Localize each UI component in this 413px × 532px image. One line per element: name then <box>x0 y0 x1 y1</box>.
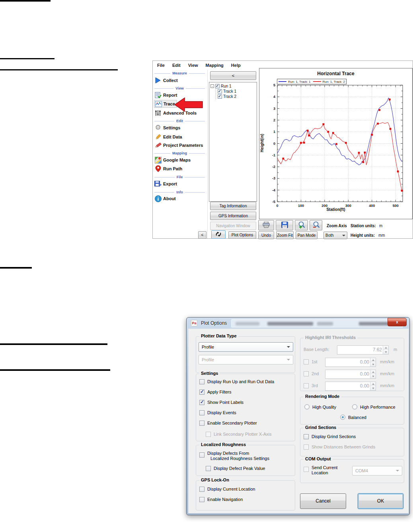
undo-button[interactable]: Undo <box>258 231 274 239</box>
google-maps-icon <box>154 156 162 164</box>
checkbox-iri-3rd: 3rd <box>304 383 318 388</box>
collapse-panel-button[interactable]: < <box>210 71 256 80</box>
station-units-value: m <box>379 224 382 228</box>
zoom-in-button[interactable] <box>295 220 308 230</box>
checkbox-enable-navigation[interactable]: Enable Navigation <box>199 497 243 502</box>
plotter-subtype-select: Profile <box>199 355 293 364</box>
info-icon <box>154 195 162 202</box>
trace-icon <box>155 100 162 107</box>
tree-node-run1[interactable]: - Run 1 <box>210 84 257 89</box>
checkbox-icon[interactable] <box>199 497 205 502</box>
track1-checkbox[interactable] <box>218 89 222 94</box>
run-tree[interactable]: - Run 1 Track 1 Track 2 <box>209 82 257 202</box>
checkbox-icon[interactable] <box>199 421 205 426</box>
checkbox-icon[interactable] <box>199 390 205 395</box>
plot-options-button[interactable]: Plot Options <box>228 231 256 239</box>
menu-edit[interactable]: Edit <box>172 63 181 68</box>
station-units-label: Station units: <box>351 224 376 228</box>
zoom-axis-select[interactable]: Both <box>323 232 347 239</box>
sidebar-item-run-path[interactable]: Run Path <box>154 165 184 173</box>
checkbox-icon[interactable] <box>199 400 205 405</box>
collapse-small-button[interactable]: < <box>198 231 206 239</box>
redacted-line <box>0 0 51 2</box>
zoom-fit-button[interactable]: Zoom Fit <box>276 231 294 239</box>
sidebar-item-google-maps[interactable]: Google Maps <box>154 156 192 164</box>
cancel-button[interactable]: Cancel <box>300 493 346 509</box>
checkbox-icon[interactable] <box>199 379 205 384</box>
redacted-line <box>0 369 110 371</box>
checkbox-show-distances-grinds: Show Distances Between Grinds <box>304 444 375 450</box>
close-button[interactable]: x <box>388 318 407 326</box>
checkbox-icon[interactable] <box>304 467 309 472</box>
iri-1st-spinner: 0.00 <box>325 358 376 367</box>
checkbox-send-current-location[interactable]: Send Current Location <box>304 465 337 475</box>
gear-icon: ⚙ <box>154 124 162 131</box>
height-units-label: Height units: <box>351 233 375 238</box>
radio-icon[interactable] <box>340 415 345 420</box>
chevron-down-icon <box>396 470 399 472</box>
app-logo-icon: Pa <box>191 320 197 326</box>
checkbox-display-grind-sections[interactable]: Display Grind Sections <box>304 434 356 439</box>
checkbox-icon[interactable] <box>199 452 205 458</box>
track2-checkbox[interactable] <box>218 94 222 99</box>
com-port-select: COM4 <box>352 466 402 475</box>
chart-panel: Horizontal Trace Run: 1, Track: 1 Run: 1… <box>259 68 413 219</box>
svg-text:1: 1 <box>273 130 275 134</box>
radio-high-performance[interactable]: High Performance <box>352 404 395 409</box>
checkbox-apply-filters[interactable]: Apply Filters <box>199 390 232 395</box>
export-icon <box>154 180 162 187</box>
sidebar-item-collect[interactable]: Collect <box>154 76 179 84</box>
sidebar-item-project-parameters[interactable]: Project Parameters <box>154 141 205 149</box>
sidebar-item-export[interactable]: Export <box>154 180 179 188</box>
checkbox-display-current-location[interactable]: Display Current Location <box>199 487 255 492</box>
sidebar-section-edit: Edit <box>154 119 205 123</box>
pan-mode-button[interactable]: Pan Mode <box>296 231 318 239</box>
sidebar-item-trace[interactable]: Trace <box>154 100 177 108</box>
checkbox-icon <box>304 359 309 364</box>
svg-text:5: 5 <box>273 83 275 87</box>
checkbox-show-point-labels[interactable]: Show Point Labels <box>199 400 244 405</box>
save-button[interactable] <box>276 220 293 230</box>
ok-button[interactable]: OK <box>358 493 403 509</box>
chart-plot[interactable]: 0100200300400500-5-4-3-2-1012345 <box>259 68 413 220</box>
menu-view[interactable]: View <box>188 63 198 68</box>
redacted-line <box>0 69 118 70</box>
checkbox-icon[interactable] <box>199 410 205 415</box>
svg-text:-3: -3 <box>272 176 275 180</box>
tag-information-button[interactable]: Tag Information <box>210 202 256 210</box>
collect-icon <box>154 77 162 84</box>
checkbox-icon[interactable] <box>206 466 211 471</box>
radio-balanced[interactable]: Balanced <box>340 415 366 420</box>
checkbox-icon <box>304 383 309 388</box>
checkbox-display-events[interactable]: Display Events <box>199 410 236 415</box>
tree-node-track1[interactable]: Track 1 <box>216 89 257 94</box>
menu-help[interactable]: Help <box>231 63 241 68</box>
zoom-out-button[interactable] <box>310 220 322 230</box>
radio-high-quality[interactable]: High Quality <box>304 404 336 409</box>
gps-information-button[interactable]: GPS Information <box>210 212 256 220</box>
sidebar-item-about[interactable]: About <box>154 195 177 203</box>
group-gps-lock-on: GPS Lock-On Display Current Location Ena… <box>196 480 295 511</box>
tree-node-track2[interactable]: Track 2 <box>216 94 257 99</box>
checkbox-display-run-up[interactable]: Display Run Up and Run Out Data <box>199 379 274 384</box>
checkbox-icon[interactable] <box>199 487 205 492</box>
refresh-button[interactable] <box>211 230 226 239</box>
sidebar-item-edit-data[interactable]: Edit Data <box>154 133 184 141</box>
run1-checkbox[interactable] <box>215 84 220 88</box>
checkbox-display-defect-peak[interactable]: Display Defect Peak Value <box>206 466 265 471</box>
chevron-down-icon <box>287 359 290 361</box>
radio-icon[interactable] <box>352 404 357 409</box>
sidebar-section-file: File <box>154 175 205 179</box>
menu-file[interactable]: File <box>157 63 165 68</box>
radio-icon[interactable] <box>304 404 310 409</box>
plotter-type-select[interactable]: Profile <box>199 342 293 352</box>
sidebar-item-settings[interactable]: ⚙ Settings <box>154 124 182 132</box>
tree-expander-icon[interactable]: - <box>210 84 214 88</box>
checkbox-enable-secondary-plotter[interactable]: Enable Secondary Plotter <box>199 421 257 426</box>
menu-mapping[interactable]: Mapping <box>206 63 224 68</box>
checkbox-display-defects[interactable]: Display Defects From Localized Roughness… <box>199 451 269 461</box>
checkbox-icon[interactable] <box>304 434 309 439</box>
sidebar: Measure Collect View Report Trace <box>153 70 208 238</box>
print-button[interactable] <box>258 220 274 230</box>
svg-text:-1: -1 <box>272 153 275 157</box>
